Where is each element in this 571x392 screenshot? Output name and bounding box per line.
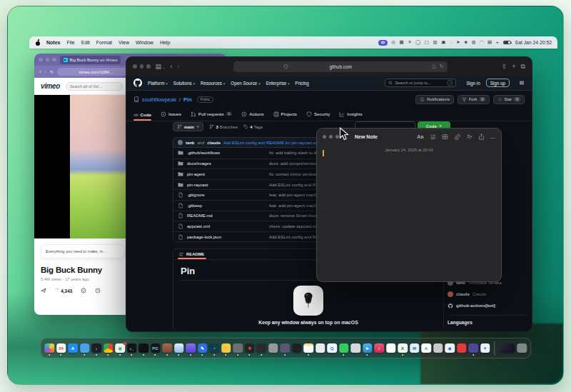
safari-window-controls[interactable] [133,64,151,69]
forward-icon[interactable]: › [44,69,46,74]
zoom-button[interactable] [52,58,56,62]
dock-discord[interactable] [468,343,478,353]
dock-calendar[interactable]: 24 [56,343,66,353]
screen-recording-indicator[interactable] [378,40,388,46]
dock-dark-app[interactable] [256,343,266,353]
forward-icon[interactable]: › [178,64,180,70]
fork-button[interactable]: Fork 0 [458,95,490,104]
tab-security[interactable]: Security [306,111,330,121]
dock-notes[interactable] [303,343,313,353]
dock-automator[interactable]: A [421,343,431,353]
pointer-icon[interactable]: ➤ [456,40,460,45]
dock-app-store[interactable]: A [68,343,78,353]
contributor-login[interactable]: github-actions[bot] [456,303,495,308]
dock-warp-terminal[interactable]: › [91,343,101,353]
file-name-link[interactable]: .gitkeep [187,203,266,208]
display-icon[interactable]: ✳ [408,40,411,45]
branch-selector[interactable]: main▼ [173,122,203,131]
sign-in-link[interactable]: Sign in [466,81,480,86]
menu-help[interactable]: Help [160,40,170,45]
github-search-box[interactable]: Search or jump to... / [385,79,456,87]
sign-up-button[interactable]: Sign up [486,79,510,87]
camera-icon[interactable]: ▣ [441,40,445,45]
pin-icon[interactable]: ◍ [472,40,476,45]
checklist-icon[interactable] [430,134,436,140]
tab-actions[interactable]: Actions [241,111,263,121]
dock-asterisk-red[interactable]: ✳ [245,343,255,353]
tab-overview-icon[interactable]: ⧉ [521,64,525,70]
dock-facetime[interactable]: ◉ [115,343,125,353]
watch-later-icon[interactable] [95,288,101,293]
tab-pull-requests[interactable]: Pull requests1 [191,111,232,121]
dock-quicktime[interactable]: Q [327,343,337,353]
vpn-icon[interactable]: ◒ [496,40,499,45]
collaborate-icon[interactable] [466,134,473,140]
commit-author-avatar[interactable] [178,140,183,145]
close-button[interactable] [133,64,137,69]
nav-pricing[interactable]: Pricing [295,81,309,86]
page-tools[interactable]: ◻↻ [432,64,443,69]
dock-black-app[interactable] [292,343,302,353]
menu-edit[interactable]: Edit [81,40,90,45]
back-icon[interactable]: ‹ [39,69,41,74]
menu-format[interactable]: Format [96,40,112,45]
github-logo-icon[interactable] [133,79,142,87]
table-icon[interactable] [442,134,448,140]
dock-terminal[interactable]: ›_ [127,343,137,353]
search-icon[interactable]: ◌ [450,40,453,45]
commit-author-2[interactable]: claude [207,141,221,145]
dock-raindrop-app[interactable] [186,343,196,353]
close-button[interactable] [39,58,43,62]
contributor-row[interactable]: claude Claude [448,288,527,300]
file-name-link[interactable]: .gitignore [187,193,266,197]
safari-url-field[interactable]: github.com ◻↻ [233,61,448,72]
file-name-link[interactable]: pin-agent [187,172,266,176]
like-button[interactable]: ♡4,343 [55,288,72,293]
notifications-button[interactable]: Notifications [415,95,454,104]
contributor-login[interactable]: claude [456,292,470,296]
file-name-link[interactable]: appcast.xml [187,224,266,228]
menu-view[interactable]: View [118,40,129,45]
minimize-button[interactable] [329,135,333,139]
reader-icon[interactable]: ◻ [432,64,435,69]
keyboard-icon[interactable]: ▦ [399,40,403,45]
reload-icon[interactable]: ↻ [440,64,443,69]
wifi-icon[interactable]: ◠ [480,40,484,45]
dock-pgadmin[interactable]: PG [151,343,161,353]
dock-github-desktop[interactable] [233,343,243,353]
nav-platform[interactable]: Platform ▾ [148,81,168,86]
dock-torch-app[interactable] [174,343,184,353]
dock-pointer-yellow[interactable] [221,343,231,353]
vimeo-logo[interactable]: vimeo [41,82,60,90]
focus-icon[interactable]: ◯ [415,40,420,45]
more-icon[interactable]: … [490,134,496,140]
dock-white-app[interactable] [315,343,325,353]
dock-editor-blue[interactable]: ✎ [198,343,208,353]
share-icon[interactable] [41,288,46,293]
dock-mail-blue[interactable]: ✉ [410,343,420,353]
nav-resources[interactable]: Resources ▾ [201,81,225,86]
tab-insights[interactable]: Insights [339,111,362,121]
reload-icon[interactable]: ↻ [50,69,54,74]
readme-tab[interactable]: README [179,249,205,259]
reaction-icon[interactable] [81,288,86,293]
hamburger-menu-icon[interactable] [519,80,525,86]
tab-projects[interactable]: Projects [273,111,297,121]
repo-name-link[interactable]: Pin [183,96,192,103]
tab-code[interactable]: </> Code [133,112,151,121]
dock-chrome[interactable] [103,343,113,353]
apple-menu-icon[interactable] [35,40,41,46]
attachment-icon[interactable] [454,134,460,140]
dock-downloads-folder[interactable] [80,343,90,353]
tab-issues[interactable]: Issues [161,111,181,121]
file-name-link[interactable]: docs/images [187,161,266,166]
tags-link[interactable]: 4Tags [243,124,263,129]
battery-icon[interactable] [503,41,511,45]
dock-excel[interactable]: X [398,343,408,353]
vimeo-search-input[interactable] [66,82,123,91]
branches-link[interactable]: 3Branches [209,124,238,129]
active-app-menu[interactable]: Notes [46,40,60,45]
back-icon[interactable]: ‹ [171,64,173,70]
share-icon[interactable] [478,134,485,140]
dock-whatsapp[interactable] [339,343,349,353]
